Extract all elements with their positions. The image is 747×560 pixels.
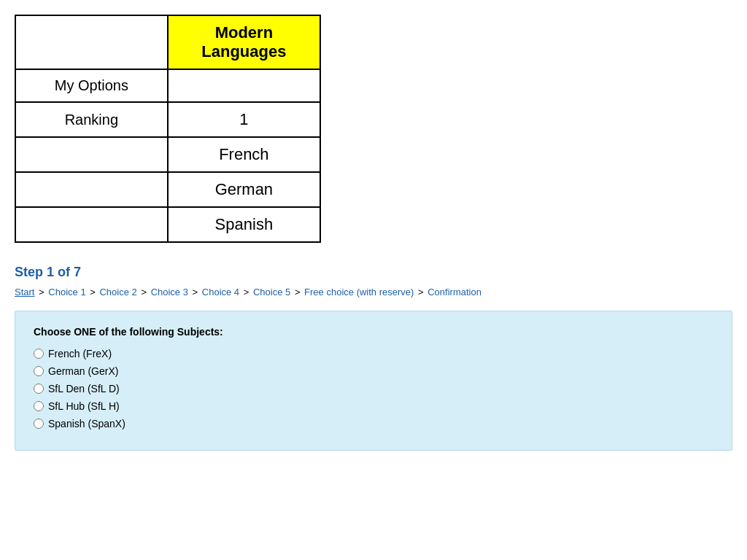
breadcrumb: Start > Choice 1 > Choice 2 > Choice 3 >… — [15, 286, 732, 299]
radio-option-spanish[interactable]: Spanish (SpanX) — [34, 418, 713, 429]
breadcrumb-choice3: Choice 3 — [151, 287, 188, 298]
radio-option-sflhub[interactable]: SfL Hub (SfL H) — [34, 400, 713, 412]
radio-spanish-label: Spanish (SpanX) — [48, 418, 125, 429]
table-spanish-value: Spanish — [168, 207, 320, 242]
breadcrumb-free-choice: Free choice (with reserve) — [304, 287, 414, 298]
step-section: Step 1 of 7 Start > Choice 1 > Choice 2 … — [15, 265, 732, 451]
table-my-options-label: My Options — [15, 69, 168, 102]
breadcrumb-start[interactable]: Start — [15, 287, 34, 298]
options-table-section: Modern Languages My Options Ranking 1 Fr… — [15, 15, 732, 243]
options-table: Modern Languages My Options Ranking 1 Fr… — [15, 15, 321, 243]
radio-spanish[interactable] — [34, 419, 44, 429]
choice-panel: Choose ONE of the following Subjects: Fr… — [15, 311, 732, 451]
table-ranking-value: 1 — [168, 102, 320, 137]
step-label: Step 1 of 7 — [15, 265, 732, 280]
table-header-subject-cell: Modern Languages — [168, 15, 320, 69]
radio-sflden-label: SfL Den (SfL D) — [48, 383, 120, 394]
breadcrumb-choice2: Choice 2 — [99, 287, 136, 298]
table-row-spanish: Spanish — [15, 207, 320, 242]
table-row-ranking: Ranking 1 — [15, 102, 320, 137]
radio-german[interactable] — [34, 366, 44, 376]
breadcrumb-choice5: Choice 5 — [253, 287, 290, 298]
table-row-my-options: My Options — [15, 69, 320, 102]
table-ranking-label: Ranking — [15, 102, 168, 137]
table-german-value: German — [168, 172, 320, 207]
table-my-options-value — [168, 69, 320, 102]
table-french-value: French — [168, 137, 320, 172]
table-row-german: German — [15, 172, 320, 207]
radio-french-label: French (FreX) — [48, 348, 112, 359]
breadcrumb-choice4: Choice 4 — [202, 287, 239, 298]
table-header-row: Modern Languages — [15, 15, 320, 69]
radio-option-german[interactable]: German (GerX) — [34, 365, 713, 377]
radio-sflhub-label: SfL Hub (SfL H) — [48, 400, 120, 412]
radio-option-french[interactable]: French (FreX) — [34, 348, 713, 359]
panel-title: Choose ONE of the following Subjects: — [34, 326, 713, 338]
breadcrumb-confirmation: Confirmation — [427, 287, 481, 298]
radio-option-sflden[interactable]: SfL Den (SfL D) — [34, 383, 713, 394]
radio-german-label: German (GerX) — [48, 365, 118, 377]
radio-french[interactable] — [34, 349, 44, 359]
table-header-empty-cell — [15, 15, 168, 69]
table-row-french: French — [15, 137, 320, 172]
breadcrumb-choice1: Choice 1 — [48, 287, 85, 298]
radio-sflden[interactable] — [34, 384, 44, 394]
table-spanish-label — [15, 207, 168, 242]
table-german-label — [15, 172, 168, 207]
table-french-label — [15, 137, 168, 172]
radio-sflhub[interactable] — [34, 401, 44, 411]
